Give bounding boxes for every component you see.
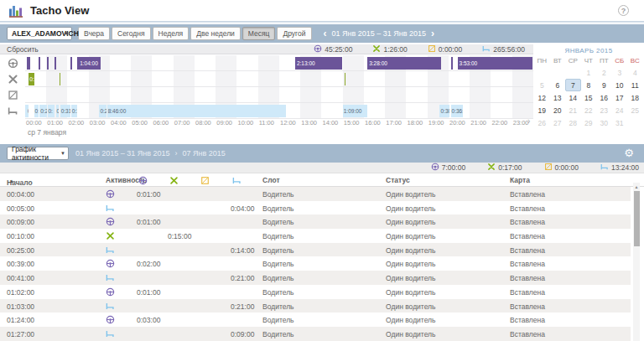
timeline-lane-rest[interactable]: 0:0:20:210:0:10:31:00:10:28:46:001:09:00… (25, 103, 533, 119)
rest-segment[interactable]: 0:1 (71, 105, 77, 117)
calendar-day[interactable]: 31 (612, 116, 628, 129)
rest-segment[interactable]: 0:2 (99, 105, 106, 117)
calendar-month-title[interactable]: ЯНВАРЬ 2015 (534, 47, 643, 54)
range-button-month[interactable]: Месяц (242, 27, 276, 40)
calendar-day[interactable]: 16 (596, 91, 612, 104)
view-select[interactable]: График активности ▼ (7, 147, 69, 160)
driving-segment[interactable]: 3:53:00 (458, 57, 533, 70)
calendar-day[interactable]: 24 (612, 104, 628, 116)
driving-segment[interactable]: 3:28:00 (367, 57, 441, 70)
calendar-day[interactable]: 10 (612, 79, 628, 91)
slot-cell: Водитель (262, 260, 294, 268)
range-button-two-weeks[interactable]: Две недели (190, 27, 241, 40)
work-segment[interactable]: 0:15:00 (29, 73, 34, 85)
calendar-day[interactable]: 13 (550, 91, 566, 104)
table-row[interactable]: 01:24:000:03:00ВодительОдин водительВста… (0, 313, 631, 327)
rest-segment[interactable]: 0: (27, 105, 29, 117)
column-driving-icon[interactable] (138, 176, 148, 187)
rest-segment[interactable]: 0:2 (34, 105, 39, 117)
calendar-day[interactable]: 19 (534, 104, 550, 116)
calendar-day[interactable]: 4 (627, 66, 643, 79)
calendar-day[interactable]: 11 (627, 79, 643, 91)
timeline-lane-work[interactable]: 0:15:00 (25, 71, 533, 87)
calendar-day[interactable]: 18 (627, 91, 643, 104)
calendar-day[interactable]: 1 (581, 66, 597, 79)
work-segment[interactable] (345, 73, 345, 85)
table-row[interactable]: 00:10:000:15:00ВодительОдин водительВста… (0, 229, 631, 243)
scrollbar-thumb[interactable] (634, 191, 640, 246)
prev-period-icon[interactable]: ‹ (324, 29, 327, 38)
table-row[interactable]: 00:04:000:01:00ВодительОдин водительВста… (0, 187, 631, 201)
scroll-up-icon[interactable]: ▲ (633, 183, 640, 190)
calendar-day[interactable]: 28 (565, 116, 581, 129)
timeline-lane-driving[interactable]: 1:04:002:13:003:28:003:53:00 (25, 55, 533, 71)
day-totals: 7:00:000:17:000:00:0013:24:00 (0, 163, 644, 173)
breadcrumb-range[interactable]: 01 Янв 2015 – 31 Янв 2015 (75, 149, 170, 158)
calendar-day[interactable]: 26 (534, 116, 550, 129)
calendar-day[interactable]: 14 (565, 91, 581, 104)
table-row[interactable]: 01:03:000:21:00ВодительОдин водительВста… (0, 299, 631, 313)
table-row[interactable]: 00:41:000:21:00ВодительОдин водительВста… (0, 271, 631, 285)
settings-gear-icon[interactable]: ⚙ (624, 147, 634, 159)
timeline-header-strip: Сбросить 45:25:001:26:000:00:00265:56:00 (0, 44, 533, 54)
driving-segment[interactable]: 1:04:00 (78, 57, 101, 70)
column-card[interactable]: Карта (510, 176, 530, 184)
column-rest-icon[interactable] (232, 176, 242, 187)
driving-segment[interactable] (39, 57, 40, 70)
rest-segment[interactable]: 0:1 (56, 105, 60, 117)
driving-segment[interactable]: 2:13:00 (295, 57, 342, 70)
calendar-day[interactable]: 27 (550, 116, 566, 129)
column-work-icon[interactable] (169, 176, 179, 187)
timeline-lane-availability[interactable] (25, 87, 533, 103)
table-row[interactable]: 00:25:000:14:00ВодительОдин водительВста… (0, 243, 631, 257)
calendar-day[interactable]: 23 (596, 104, 612, 116)
rest-segment[interactable]: 0:30: (439, 105, 449, 117)
table-row[interactable]: 00:39:000:02:00ВодительОдин водительВста… (0, 256, 631, 271)
table-row[interactable]: 00:05:000:04:00ВодительОдин водительВста… (0, 201, 631, 215)
calendar-collapse-icon[interactable]: › (527, 116, 530, 126)
calendar-day[interactable]: 20 (550, 104, 566, 116)
range-button-custom[interactable]: Другой (277, 27, 311, 40)
calendar-day[interactable]: 9 (596, 79, 612, 91)
rest-segment[interactable]: 8:46:00 (107, 105, 287, 117)
calendar-day[interactable]: 15 (581, 91, 597, 104)
reset-button[interactable]: Сбросить (7, 45, 39, 54)
column-status[interactable]: Статус (386, 176, 410, 184)
range-button-week[interactable]: Неделя (153, 27, 190, 40)
rest-segment[interactable]: 1:09:00 (343, 105, 367, 117)
table-scrollbar[interactable]: ▲ (633, 183, 640, 341)
driving-segment[interactable] (47, 57, 49, 70)
calendar-day[interactable]: 2 (596, 66, 612, 79)
calendar-day[interactable]: 30 (596, 116, 612, 129)
work-segment[interactable] (60, 73, 60, 85)
rest-segment[interactable]: 0:21 (39, 105, 47, 117)
calendar-day[interactable]: 21 (565, 104, 581, 116)
calendar-day[interactable]: 29 (581, 116, 597, 129)
calendar-day[interactable]: 3 (612, 66, 628, 79)
table-row[interactable]: 01:02:000:01:00ВодительОдин водительВста… (0, 285, 631, 299)
driving-segment[interactable] (451, 57, 453, 70)
calendar-day[interactable]: 17 (612, 91, 628, 104)
range-button-today[interactable]: Сегодня (112, 27, 151, 40)
calendar-day[interactable]: 25 (627, 104, 643, 116)
table-row[interactable]: 01:27:000:09:00ВодительОдин водительВста… (0, 327, 631, 341)
table-row[interactable]: 00:09:000:01:00ВодительОдин водительВста… (0, 214, 631, 229)
column-availability-icon[interactable] (200, 176, 210, 187)
next-period-icon[interactable]: › (431, 29, 434, 38)
calendar-day[interactable]: 5 (534, 79, 550, 91)
range-button-yesterday[interactable]: Вчера (78, 27, 110, 40)
calendar-day[interactable]: 12 (534, 91, 550, 104)
driving-segment[interactable] (29, 57, 30, 70)
driving-segment[interactable] (55, 57, 56, 70)
column-slot[interactable]: Слот (262, 176, 280, 184)
calendar-day[interactable]: 22 (581, 104, 597, 116)
help-icon[interactable]: ? (618, 5, 629, 16)
rest-segment[interactable]: 0:36:0 (451, 105, 463, 117)
rest-segment[interactable]: 0:31:0 (60, 105, 70, 117)
driver-select[interactable]: ALEX_ADAMOVICH ▼ (7, 27, 72, 40)
calendar-day[interactable]: 7 (565, 79, 581, 91)
calendar-day[interactable]: 8 (581, 79, 597, 91)
rest-segment[interactable]: 0: (48, 105, 55, 117)
calendar-day[interactable]: 6 (550, 79, 566, 91)
driving-segment[interactable] (70, 57, 72, 70)
